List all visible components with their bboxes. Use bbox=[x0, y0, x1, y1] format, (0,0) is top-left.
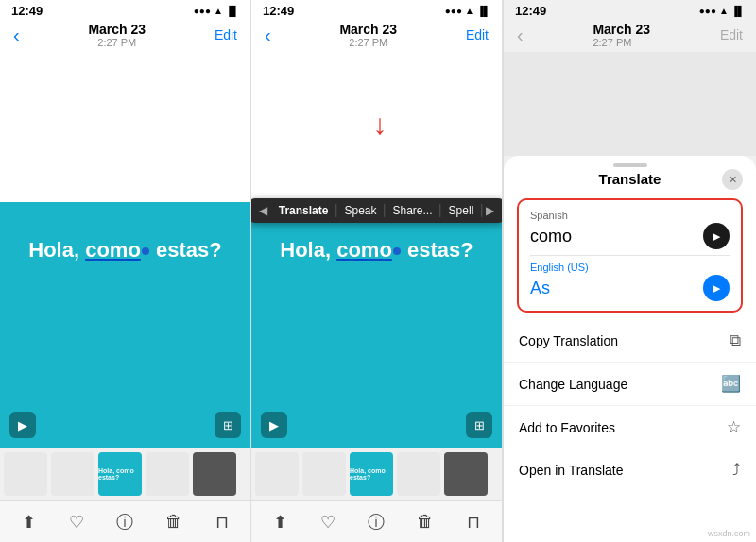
trash-icon-1[interactable]: 🗑 bbox=[165, 512, 182, 532]
dot-marker-2 bbox=[393, 247, 401, 255]
status-icons-1: ●●● ▲ ▐▌ bbox=[194, 6, 239, 16]
source-word: como bbox=[530, 227, 572, 246]
status-icons-2: ●●● ▲ ▐▌ bbox=[445, 6, 490, 16]
action-copy-translation[interactable]: Copy Translation ⧉ bbox=[504, 320, 756, 363]
back-button-3[interactable]: ‹ bbox=[517, 25, 524, 46]
thumb-4[interactable] bbox=[146, 452, 189, 496]
thumb-8[interactable]: Hola, como estas? bbox=[350, 452, 393, 496]
nav-date-main-1: March 23 bbox=[88, 22, 146, 37]
translate-gray-top bbox=[504, 52, 756, 156]
status-icons-3: ●●● ▲ ▐▌ bbox=[699, 6, 745, 16]
thumb-2[interactable] bbox=[51, 452, 94, 496]
heart-icon-2[interactable]: ♡ bbox=[320, 512, 335, 533]
time-1: 12:49 bbox=[11, 4, 43, 18]
back-button-1[interactable]: ‹ bbox=[13, 25, 20, 46]
action-open-translate[interactable]: Open in Translate ⤴ bbox=[504, 449, 756, 491]
card-title: Translate bbox=[599, 171, 662, 187]
thumb-6[interactable] bbox=[255, 452, 299, 496]
battery-icon-2: ▐▌ bbox=[477, 6, 490, 16]
language-icon: 🔤 bbox=[721, 374, 741, 394]
cm-share[interactable]: Share... bbox=[386, 204, 441, 217]
translate-card: Translate ✕ Spanish como ▶ English (US) … bbox=[504, 156, 756, 542]
panel-1: 12:49 ●●● ▲ ▐▌ ‹ March 23 2:27 PM Edit H… bbox=[0, 0, 251, 542]
cm-right-arrow[interactable]: ▶ bbox=[482, 204, 498, 217]
card-header: Translate ✕ bbox=[504, 171, 756, 195]
thumb-7[interactable] bbox=[302, 452, 346, 496]
play-target-button[interactable]: ▶ bbox=[703, 275, 730, 301]
nav-bar-2: ‹ March 23 2:27 PM Edit bbox=[251, 20, 502, 52]
export-icon-1[interactable]: ⊓ bbox=[215, 512, 229, 533]
nav-date-sub-2: 2:27 PM bbox=[339, 37, 397, 48]
photo-area-1: Hola, como estas? ▶ ⊞ bbox=[0, 52, 250, 448]
photo-area-2: ↓ ◀ Translate Speak Share... Spell ▶ Hol… bbox=[251, 52, 502, 448]
battery-icon-3: ▐▌ bbox=[731, 6, 745, 16]
edit-button-2[interactable]: Edit bbox=[466, 27, 489, 42]
edit-button-3: Edit bbox=[720, 27, 743, 42]
nav-bar-1: ‹ March 23 2:27 PM Edit bbox=[0, 20, 250, 52]
nav-date-main-3: March 23 bbox=[593, 22, 650, 37]
bottom-toolbar-1: ⬆ ♡ ⓘ 🗑 ⊓ bbox=[0, 500, 250, 542]
close-button[interactable]: ✕ bbox=[722, 169, 743, 190]
wifi-icon-3: ▲ bbox=[719, 6, 729, 16]
share-icon-2[interactable]: ⬆ bbox=[273, 512, 287, 533]
star-icon: ☆ bbox=[727, 417, 741, 437]
como-highlight-2: como bbox=[336, 238, 392, 262]
corner-btn-left-1[interactable]: ▶ bbox=[9, 412, 36, 438]
heart-icon-1[interactable]: ♡ bbox=[69, 512, 84, 533]
export-icon-2[interactable]: ⊓ bbox=[467, 512, 480, 533]
thumb-3[interactable]: Hola, como estas? bbox=[98, 452, 142, 496]
wifi-icon-2: ▲ bbox=[465, 6, 474, 16]
target-lang-label: English (US) bbox=[530, 262, 730, 273]
target-word: As bbox=[530, 279, 550, 298]
nav-date-main-2: March 23 bbox=[339, 22, 397, 37]
thumb-9[interactable] bbox=[397, 452, 440, 496]
signal-icon-2: ●●● bbox=[445, 6, 462, 16]
corner-btn-right-1[interactable]: ⊞ bbox=[215, 412, 241, 438]
nav-bar-3: ‹ March 23 2:27 PM Edit bbox=[504, 20, 756, 52]
bottom-toolbar-2: ⬆ ♡ ⓘ 🗑 ⊓ bbox=[251, 500, 502, 542]
hola-text-2: Hola, como estas? bbox=[280, 238, 472, 263]
back-button-2[interactable]: ‹ bbox=[265, 25, 271, 46]
watermark: wsxdn.com bbox=[708, 529, 750, 538]
thumb-5[interactable] bbox=[193, 452, 236, 496]
cm-left-arrow[interactable]: ◀ bbox=[255, 204, 271, 217]
como-highlight-1: como bbox=[85, 238, 141, 262]
status-bar-1: 12:49 ●●● ▲ ▐▌ bbox=[0, 0, 250, 20]
panel-2: 12:49 ●●● ▲ ▐▌ ‹ March 23 2:27 PM Edit ↓… bbox=[251, 0, 503, 542]
wifi-icon-1: ▲ bbox=[214, 6, 223, 16]
nav-date-sub-3: 2:27 PM bbox=[593, 37, 650, 48]
share-icon-1[interactable]: ⬆ bbox=[22, 512, 36, 533]
time-2: 12:49 bbox=[263, 4, 294, 18]
cm-spell[interactable]: Spell bbox=[441, 204, 483, 217]
info-icon-1[interactable]: ⓘ bbox=[116, 511, 133, 534]
thumbnails-2: Hola, como estas? bbox=[251, 448, 502, 500]
nav-title-3: March 23 2:27 PM bbox=[593, 22, 650, 48]
status-bar-3: 12:49 ●●● ▲ ▐▌ bbox=[504, 0, 756, 20]
cm-speak[interactable]: Speak bbox=[336, 204, 385, 217]
hola-text-1: Hola, como estas? bbox=[28, 238, 221, 263]
open-icon: ⤴ bbox=[732, 461, 741, 480]
action-copy-label: Copy Translation bbox=[519, 333, 618, 348]
edit-button-1[interactable]: Edit bbox=[215, 27, 237, 42]
card-handle bbox=[613, 163, 647, 167]
trash-icon-2[interactable]: 🗑 bbox=[417, 512, 434, 532]
nav-title-1: March 23 2:27 PM bbox=[88, 22, 146, 48]
action-change-language[interactable]: Change Language 🔤 bbox=[504, 363, 756, 406]
translate-panel: 12:49 ●●● ▲ ▐▌ ‹ March 23 2:27 PM Edit T… bbox=[503, 0, 756, 542]
corner-btn-left-2[interactable]: ▶ bbox=[261, 412, 287, 438]
thumb-10[interactable] bbox=[444, 452, 488, 496]
battery-icon-1: ▐▌ bbox=[226, 6, 239, 16]
context-menu-bar: ◀ Translate Speak Share... Spell ▶ bbox=[251, 198, 503, 223]
status-bar-2: 12:49 ●●● ▲ ▐▌ bbox=[251, 0, 502, 20]
copy-icon: ⧉ bbox=[730, 331, 741, 350]
cm-translate[interactable]: Translate bbox=[271, 204, 337, 217]
dot-marker-1 bbox=[142, 247, 149, 255]
action-change-label: Change Language bbox=[519, 377, 627, 392]
corner-btn-right-2[interactable]: ⊞ bbox=[466, 412, 492, 438]
thumb-1[interactable] bbox=[4, 452, 47, 496]
info-icon-2[interactable]: ⓘ bbox=[368, 511, 385, 534]
card-handle-row bbox=[504, 156, 756, 171]
play-source-button[interactable]: ▶ bbox=[703, 223, 730, 249]
action-add-favorites[interactable]: Add to Favorites ☆ bbox=[504, 406, 756, 449]
nav-title-2: March 23 2:27 PM bbox=[339, 22, 397, 48]
